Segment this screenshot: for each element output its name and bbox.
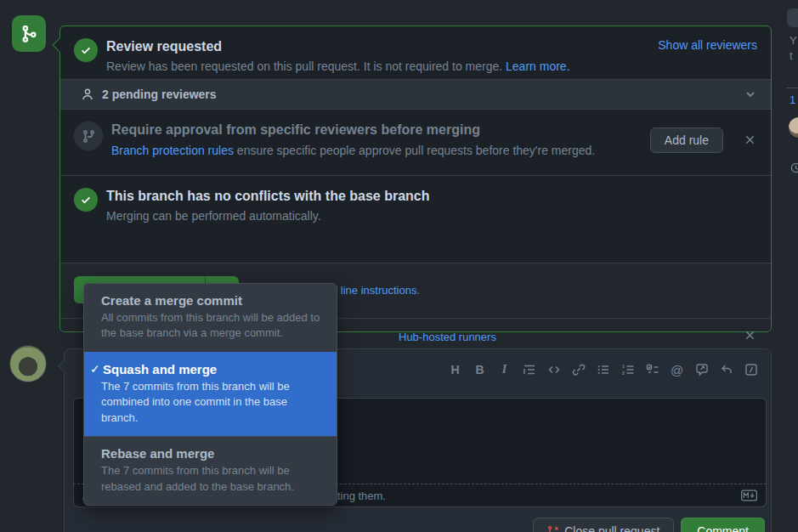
- user-avatar: [9, 345, 47, 382]
- review-requested-title: Review requested: [106, 38, 570, 56]
- bold-icon[interactable]: B: [468, 359, 491, 380]
- menu-item-title: Rebase and merge: [101, 446, 323, 461]
- review-requested-section: Review requested Review has been request…: [60, 26, 771, 79]
- ordered-list-icon[interactable]: 12: [616, 359, 639, 380]
- branch-protection-description: ensure specific people approve pull requ…: [237, 144, 595, 157]
- svg-text:2: 2: [622, 371, 625, 376]
- check-circle-icon: [74, 38, 98, 62]
- reviewer-avatar: [789, 117, 798, 138]
- menu-item-description: All commits from this branch will be add…: [101, 310, 323, 342]
- sidebar-partial-text: Y: [790, 34, 797, 47]
- show-all-reviewers-link[interactable]: Show all reviewers: [658, 38, 757, 52]
- heading-icon[interactable]: H: [444, 359, 467, 380]
- branch-protection-title: Require approval from specific reviewers…: [111, 122, 595, 139]
- no-conflicts-title: This branch has no conflicts with the ba…: [106, 188, 430, 206]
- code-icon[interactable]: [542, 359, 565, 380]
- check-icon: ✓: [90, 362, 100, 376]
- git-branch-icon: [74, 122, 103, 150]
- pull-request-closed-icon: [547, 525, 559, 532]
- mention-icon[interactable]: @: [665, 359, 688, 380]
- menu-item-title: Create a merge commit: [101, 293, 323, 308]
- git-merge-icon: [20, 25, 38, 43]
- person-icon: [81, 88, 94, 101]
- no-conflicts-description: Merging can be performed automatically.: [106, 209, 430, 223]
- menu-item-create-merge-commit[interactable]: Create a merge commit All commits from t…: [84, 284, 337, 352]
- quote-icon[interactable]: [518, 359, 540, 380]
- menu-item-squash-and-merge[interactable]: ✓ Squash and merge The 7 commits from th…: [84, 352, 337, 436]
- menu-item-description: The 7 commits from this branch will be r…: [101, 463, 323, 495]
- composer-actions: Close pull request Comment: [533, 518, 765, 532]
- learn-more-link[interactable]: Learn more.: [506, 59, 569, 73]
- task-list-icon[interactable]: [641, 359, 664, 380]
- sidebar-partial-button[interactable]: [787, 8, 798, 27]
- comment-button[interactable]: Comment: [681, 518, 765, 532]
- chevron-down-icon[interactable]: [744, 88, 757, 101]
- sidebar-partial-count[interactable]: 1: [790, 93, 795, 106]
- menu-item-title: Squash and merge: [101, 362, 323, 376]
- svg-text:1: 1: [622, 364, 625, 369]
- close-pull-request-label: Close pull request: [564, 524, 659, 532]
- check-circle-icon: [74, 188, 98, 212]
- italic-icon[interactable]: I: [493, 359, 516, 380]
- branch-protection-rules-link[interactable]: Branch protection rules: [111, 144, 234, 157]
- slash-commands-icon[interactable]: [739, 359, 762, 380]
- cli-suffix: .: [416, 284, 420, 297]
- markdown-toolbar: H B I 12 @: [444, 359, 762, 380]
- git-merge-timeline-badge: [12, 15, 46, 52]
- composer-caret: [58, 360, 70, 372]
- unordered-list-icon[interactable]: [591, 359, 614, 380]
- pending-reviewers-row[interactable]: 2 pending reviewers: [60, 79, 771, 110]
- markdown-icon: [741, 490, 757, 501]
- branch-protection-section: Require approval from specific reviewers…: [60, 110, 771, 175]
- cross-reference-icon[interactable]: [690, 359, 713, 380]
- hosted-runners-link[interactable]: Hub-hosted runners: [399, 331, 496, 343]
- dismiss-protection-icon[interactable]: [744, 133, 756, 146]
- link-icon[interactable]: [567, 359, 590, 380]
- sidebar-partial-icon: [790, 161, 798, 174]
- reply-icon[interactable]: [715, 359, 738, 380]
- dismiss-banner-icon[interactable]: [744, 329, 756, 342]
- sidebar-partial-text: t: [790, 49, 793, 62]
- no-conflicts-section: This branch has no conflicts with the ba…: [60, 176, 771, 237]
- review-requested-description: Review has been requested on this pull r…: [106, 59, 502, 73]
- sidebar-divider: [786, 88, 798, 88]
- menu-item-description: The 7 commits from this branch will be c…: [101, 379, 323, 426]
- add-rule-button[interactable]: Add rule: [650, 127, 723, 153]
- merge-options-menu: Create a merge commit All commits from t…: [83, 283, 337, 506]
- pending-reviewers-label: 2 pending reviewers: [102, 88, 217, 101]
- menu-item-rebase-and-merge[interactable]: Rebase and merge The 7 commits from this…: [84, 436, 337, 505]
- close-pull-request-button[interactable]: Close pull request: [533, 518, 674, 532]
